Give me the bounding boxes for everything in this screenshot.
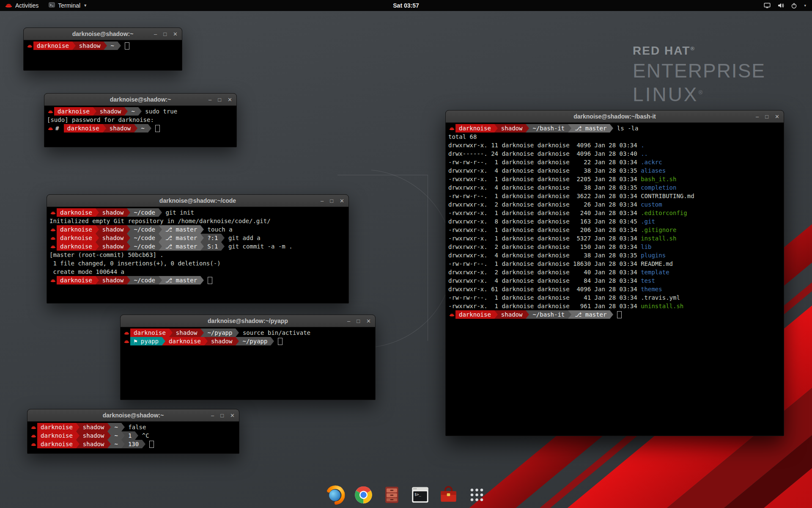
terminal-icon[interactable]: $>_ — [410, 484, 431, 505]
powerline-arrow-icon — [138, 107, 142, 116]
power-icon[interactable] — [791, 3, 797, 9]
prompt-line: darknoiseshadow~/code⎇ master — [49, 276, 348, 284]
prompt-line: darknoiseshadow~130 — [30, 440, 238, 448]
prompt-segment: darknoise — [57, 234, 96, 242]
chrome-icon[interactable] — [353, 484, 374, 505]
minimize-button[interactable]: – — [756, 114, 759, 119]
output-line: drwxrwxr-x. 4 darknoise darknoise 84 Jan… — [448, 276, 783, 285]
output-line: -rwxrwxr-x. 1 darknoise darknoise 2205 J… — [448, 175, 783, 183]
powerline-arrow-icon — [124, 107, 128, 116]
powerline-arrow-icon — [204, 337, 208, 345]
powerline-arrow-icon — [121, 423, 125, 431]
command-text: git init — [162, 209, 194, 216]
activities-label: Activities — [15, 2, 38, 9]
close-button[interactable]: ✕ — [228, 97, 232, 102]
minimize-button[interactable]: – — [211, 413, 214, 418]
titlebar[interactable]: darknoise@shadow:~ – □ ✕ — [27, 409, 239, 422]
prompt-segment: 1 — [125, 431, 135, 440]
prompt-segment: shadow — [99, 208, 127, 217]
output-text: total 68 — [448, 133, 477, 140]
powerline-arrow-icon — [159, 225, 162, 234]
app-menu-terminal[interactable]: Terminal ▼ — [44, 0, 92, 11]
prompt-segment: shadow — [99, 234, 127, 242]
terminal-content[interactable]: darknoiseshadow~/code git initInitialize… — [47, 207, 348, 303]
output-line: drwxrwxr-x. 4 darknoise darknoise 38 Jan… — [448, 166, 783, 175]
redhat-prompt-icon — [123, 340, 130, 343]
minimize-button[interactable]: – — [208, 97, 211, 102]
maximize-button[interactable]: □ — [163, 31, 167, 37]
terminal-cursor — [149, 441, 154, 448]
window-title: darknoise@shadow:~/pyapp — [121, 315, 375, 327]
close-button[interactable]: ✕ — [775, 114, 779, 119]
toolbox-icon[interactable] — [438, 484, 459, 505]
titlebar[interactable]: darknoise@shadow:~ – □ ✕ — [24, 28, 182, 40]
close-button[interactable]: ✕ — [366, 318, 371, 324]
output-text: -rwxrwxr-x. 1 darknoise darknoise 5327 J… — [448, 235, 641, 242]
powerline-arrow-icon — [526, 310, 529, 319]
maximize-button[interactable]: □ — [330, 198, 333, 204]
prompt-segment: darknoise — [64, 124, 103, 133]
brand-line2: ENTERPRISE — [633, 59, 765, 82]
terminal-content[interactable]: darknoiseshadow~/bash-it⎇ master ls -lat… — [446, 123, 784, 436]
maximize-button[interactable]: □ — [357, 318, 360, 324]
powerline-arrow-icon — [135, 431, 138, 440]
powerline-arrow-icon — [169, 329, 173, 337]
powerline-arrow-icon — [127, 208, 130, 217]
command-text: git commit -a -m . — [225, 243, 292, 250]
prompt-segment: shadow — [498, 310, 526, 319]
command-text: git add a — [225, 235, 260, 241]
output-line: drwxrwxr-x. 2 darknoise darknoise 40 Jan… — [448, 268, 783, 276]
terminal-cursor — [155, 125, 160, 132]
terminal-content[interactable]: darknoiseshadow~ — [24, 40, 182, 70]
output-text: CONTRIBUTING.md — [641, 193, 694, 199]
powerline-arrow-icon — [121, 431, 125, 440]
display-icon[interactable] — [764, 3, 771, 8]
titlebar[interactable]: darknoise@shadow:~ – □ ✕ — [44, 94, 236, 106]
output-text: [sudo] password for darknoise: — [47, 116, 157, 123]
redhat-logo-icon — [5, 2, 12, 9]
firefox-icon[interactable] — [325, 484, 346, 505]
titlebar[interactable]: darknoise@shadow:~/code – □ ✕ — [47, 195, 348, 207]
output-line: drwxrwxr-x. 61 darknoise darknoise 4096 … — [448, 285, 783, 293]
output-text: Initialized empty Git repository in /hom… — [49, 218, 271, 224]
window-title: darknoise@shadow:~/code — [47, 195, 348, 207]
maximize-button[interactable]: □ — [220, 413, 224, 418]
powerline-arrow-icon — [96, 276, 99, 284]
minimize-button[interactable]: – — [154, 31, 157, 37]
show-applications-icon[interactable] — [466, 484, 488, 505]
close-button[interactable]: ✕ — [340, 198, 344, 204]
redhat-prompt-icon — [49, 211, 57, 215]
powerline-arrow-icon — [107, 431, 111, 440]
output-text: test — [641, 277, 655, 284]
volume-icon[interactable] — [777, 3, 784, 8]
minimize-button[interactable]: – — [347, 318, 350, 324]
command-text: touch a — [204, 226, 232, 233]
powerline-arrow-icon — [610, 310, 613, 319]
output-text: -rwxrwxr-x. 1 darknoise darknoise 206 Ja… — [448, 226, 641, 233]
system-status-area[interactable]: ▾ — [764, 0, 812, 11]
maximize-button[interactable]: □ — [218, 97, 221, 102]
minimize-button[interactable]: – — [321, 198, 324, 204]
command-text: ^C — [138, 432, 149, 439]
output-line: drwxrwxr-x. 11 darknoise darknoise 4096 … — [448, 141, 783, 149]
prompt-segment: ~/code — [130, 276, 159, 284]
close-button[interactable]: ✕ — [230, 413, 235, 418]
output-text: template — [641, 269, 669, 276]
close-button[interactable]: ✕ — [173, 31, 178, 37]
file-cabinet-icon[interactable] — [381, 484, 403, 505]
terminal-content[interactable]: darknoiseshadow~ falsedarknoiseshadow~1 … — [27, 422, 239, 453]
activities-button[interactable]: Activities — [0, 0, 44, 11]
clock[interactable]: Sat 03:57 — [393, 2, 419, 9]
powerline-arrow-icon — [148, 124, 151, 133]
prompt-segment: 130 — [125, 440, 142, 448]
output-text: drwxrwxr-x. 4 darknoise darknoise 38 Jan… — [448, 167, 641, 174]
titlebar[interactable]: darknoise@shadow:~/bash-it – □ ✕ — [446, 110, 784, 123]
powerline-arrow-icon — [236, 329, 239, 337]
terminal-content[interactable]: darknoiseshadow~/pyapp source bin/activa… — [121, 327, 375, 400]
powerline-arrow-icon — [76, 440, 80, 448]
terminal-content[interactable]: darknoiseshadow~ sudo true[sudo] passwor… — [44, 106, 236, 147]
powerline-arrow-icon — [134, 124, 137, 133]
maximize-button[interactable]: □ — [765, 114, 768, 119]
titlebar[interactable]: darknoise@shadow:~/pyapp – □ ✕ — [121, 315, 375, 327]
prompt-segment: ~/pyapp — [239, 337, 271, 345]
